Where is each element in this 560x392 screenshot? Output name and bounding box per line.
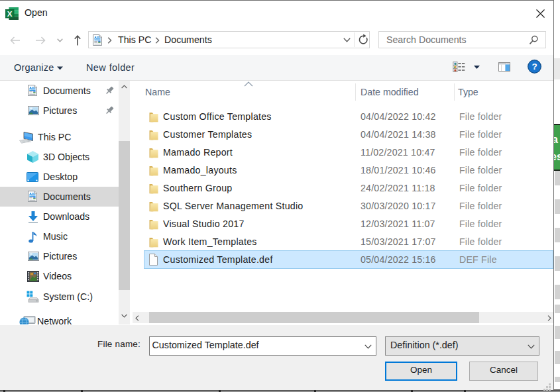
svg-text:X: X	[7, 10, 13, 18]
svg-text:?: ?	[532, 62, 537, 72]
